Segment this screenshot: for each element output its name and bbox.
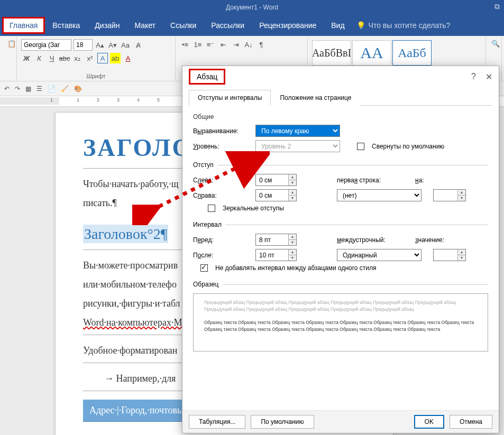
- tab-review[interactable]: Рецензирование: [252, 17, 324, 34]
- text-effects-button[interactable]: A: [97, 53, 108, 63]
- font-color-button[interactable]: A: [123, 53, 133, 63]
- before-label: Перед:: [193, 236, 251, 244]
- annotation-arrow: [132, 151, 270, 225]
- spin-up-icon[interactable]: ▲: [289, 174, 296, 180]
- collapse-label: Свернуты по умолчанию: [372, 143, 444, 150]
- underline-button[interactable]: Ч: [47, 53, 57, 63]
- linespacing-label: междустрочный:: [337, 236, 411, 244]
- sort-icon[interactable]: A↓: [243, 39, 254, 50]
- font-name-input[interactable]: [21, 39, 71, 51]
- paste-icon[interactable]: 📋: [6, 38, 17, 49]
- preview-box: Предыдущий абзац Предыдущий абзац Предыд…: [193, 293, 488, 351]
- tab-mailings[interactable]: Рассылки: [204, 17, 252, 34]
- qat-icon4[interactable]: 🧹: [61, 85, 69, 92]
- clear-format-icon[interactable]: A̷: [133, 40, 143, 50]
- redo-icon[interactable]: ↷: [15, 85, 20, 92]
- firstline-label: первая строка:: [337, 177, 411, 184]
- preview-legend: Образец: [193, 281, 223, 288]
- ok-button[interactable]: OK: [414, 415, 444, 429]
- bulb-icon: 💡: [356, 21, 365, 30]
- nosame-checkbox[interactable]: [200, 264, 208, 272]
- firstline-select[interactable]: (нет): [337, 189, 421, 201]
- undo-icon[interactable]: ↶: [4, 85, 10, 92]
- tab-layout[interactable]: Макет: [127, 17, 163, 34]
- qat-icon2[interactable]: ☰: [36, 85, 42, 92]
- subscript-button[interactable]: x₂: [72, 53, 83, 63]
- highlight-button[interactable]: ab: [110, 53, 121, 63]
- font-size-input[interactable]: [74, 39, 93, 51]
- cancel-button[interactable]: Отмена: [450, 415, 492, 429]
- paragraph-dialog: Абзац ? ✕ Отступы и интервалы Положение …: [182, 66, 499, 433]
- by-label: на:: [415, 177, 436, 184]
- level-label: Уровень:: [193, 143, 251, 150]
- shrink-font-icon[interactable]: A▾: [107, 40, 118, 50]
- bold-button[interactable]: Ж: [21, 53, 32, 63]
- strike-button[interactable]: abc: [59, 53, 70, 63]
- decrease-indent-icon[interactable]: ⇤: [218, 39, 228, 50]
- default-button[interactable]: По умолчанию: [251, 415, 314, 429]
- multilevel-icon[interactable]: ≡⁻: [205, 39, 216, 50]
- spin-down-icon[interactable]: ▼: [289, 180, 296, 186]
- ribbon-tabs: Главная Вставка Дизайн Макет Ссылки Расс…: [0, 15, 504, 36]
- window-titlebar: Документ1 - Word ⧉: [0, 0, 504, 15]
- qat-icon[interactable]: ▦: [25, 85, 31, 92]
- bullets-icon[interactable]: •≡: [180, 39, 190, 50]
- italic-button[interactable]: К: [34, 53, 44, 63]
- tab-home[interactable]: Главная: [2, 17, 45, 34]
- tab-design[interactable]: Дизайн: [87, 17, 127, 34]
- qat-icon5[interactable]: 🎨: [74, 85, 82, 92]
- tab-insert[interactable]: Вставка: [45, 17, 87, 34]
- tab-view[interactable]: Вид: [324, 17, 352, 34]
- alignment-select[interactable]: По левому краю: [255, 125, 340, 137]
- doc-p2d: Word·на·компьютерах·M: [83, 317, 182, 328]
- app-title: Документ1 - Word: [226, 4, 278, 11]
- superscript-button[interactable]: x²: [85, 53, 95, 63]
- style-heading[interactable]: АА: [352, 40, 391, 66]
- linespacing-select[interactable]: Одинарный: [337, 249, 421, 261]
- style-heading2[interactable]: АаБб: [392, 40, 432, 66]
- level-select: Уровень 2: [255, 140, 340, 152]
- close-icon[interactable]: ✕: [485, 72, 492, 82]
- alignment-label: Выравнивание:: [193, 127, 251, 135]
- tabs-button[interactable]: Табуляция...: [189, 415, 245, 429]
- qat-icon3[interactable]: 📄: [48, 85, 56, 92]
- dialog-title: Абзац: [189, 69, 225, 85]
- nosame-label: Не добавлять интервал между абзацами одн…: [215, 264, 377, 272]
- window-restore-icon[interactable]: ⧉: [494, 2, 500, 11]
- doc-h2: Заголовок°2¶: [83, 225, 168, 243]
- find-icon[interactable]: 🔍: [490, 38, 501, 49]
- dialog-tab-indents[interactable]: Отступы и интервалы: [189, 90, 271, 106]
- styles-gallery[interactable]: АаБбВвІ АА АаБб: [312, 40, 481, 66]
- general-label: Общие: [193, 113, 488, 121]
- tab-references[interactable]: Ссылки: [163, 17, 204, 34]
- numbering-icon[interactable]: 1≡: [193, 39, 203, 50]
- tell-me[interactable]: 💡 Что вы хотите сделать?: [356, 21, 451, 30]
- font-group-label: Шрифт: [17, 73, 175, 79]
- help-icon[interactable]: ?: [471, 72, 476, 82]
- tell-me-text: Что вы хотите сделать?: [369, 21, 451, 30]
- style-normal[interactable]: АаБбВвІ: [312, 40, 351, 66]
- grow-font-icon[interactable]: A▴: [95, 40, 105, 50]
- dialog-tab-linebreaks[interactable]: Положение на странице: [271, 90, 360, 106]
- svg-line-0: [143, 159, 254, 215]
- after-label: После:: [193, 252, 251, 259]
- show-marks-icon[interactable]: ¶: [256, 39, 267, 50]
- increase-indent-icon[interactable]: ⇥: [231, 39, 241, 50]
- collapse-checkbox[interactable]: [357, 143, 364, 150]
- at-label: значение:: [415, 236, 452, 244]
- change-case-icon[interactable]: Aa: [120, 40, 131, 50]
